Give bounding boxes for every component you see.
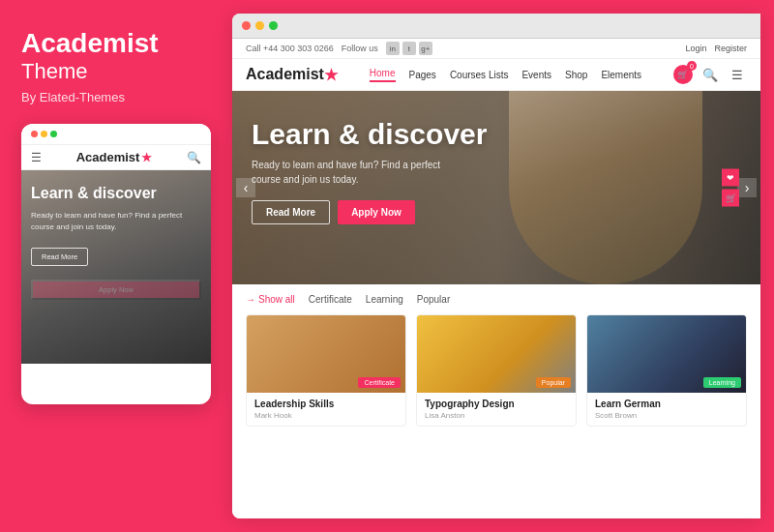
course-thumb-2: Popular: [417, 315, 576, 393]
course-badge-cert: Certificate: [358, 377, 401, 388]
browser-bar: [232, 14, 760, 39]
mobile-hero: Learn & discover Ready to learn and have…: [21, 170, 211, 364]
course-badge-learning: Learning: [703, 377, 741, 388]
course-info-2: Typography Design Lisa Anston: [417, 393, 576, 426]
course-author-2: Lisa Anston: [425, 411, 568, 420]
mobile-hero-content: Learn & discover Ready to learn and have…: [21, 170, 211, 274]
filter-learning[interactable]: Learning: [366, 294, 403, 305]
filter-show-all[interactable]: → Show all: [246, 294, 295, 305]
social-icon-linkedin[interactable]: in: [386, 42, 400, 55]
mobile-dots: [31, 131, 57, 137]
nav-events[interactable]: Events: [521, 70, 551, 80]
sidebar-icon-1[interactable]: ❤: [722, 169, 739, 187]
social-icon-twitter[interactable]: t: [402, 42, 416, 55]
apply-now-button[interactable]: Apply Now: [338, 200, 415, 224]
nav-pages[interactable]: Pages: [409, 70, 436, 80]
courses-section: → Show all Certificate Learning Popular …: [232, 284, 760, 518]
course-badge-popular: Popular: [536, 377, 571, 388]
course-card-leadership[interactable]: Certificate Leadership Skills Mark Hook: [246, 314, 406, 427]
desktop-hero: ‹ Learn & discover Ready to learn and ha…: [232, 91, 760, 284]
browser-dot-red: [242, 21, 251, 30]
nav-home[interactable]: Home: [370, 68, 396, 82]
nav-elements[interactable]: Elements: [601, 70, 641, 80]
course-name-2: Typography Design: [425, 399, 568, 409]
courses-filters: → Show all Certificate Learning Popular: [246, 294, 747, 305]
cart-icon-btn[interactable]: 🛒 0: [673, 65, 693, 84]
hero-content: Learn & discover Ready to learn and have…: [232, 91, 760, 238]
course-thumb-1: Certificate: [247, 315, 405, 393]
desktop-nav: Academist★ Home Pages Courses Lists Even…: [232, 59, 760, 91]
course-author-1: Mark Hook: [254, 411, 398, 420]
nav-shop[interactable]: Shop: [565, 70, 587, 80]
right-panel: Call +44 300 303 0266 Follow us in t g+ …: [232, 14, 760, 518]
course-author-3: Scott Brown: [595, 411, 738, 420]
mobile-mockup: ☰ Academist★ 🔍 Learn & discover Ready to…: [21, 124, 211, 404]
browser-dot-yellow: [255, 21, 264, 30]
filter-popular[interactable]: Popular: [417, 294, 450, 305]
mobile-dot-yellow: [41, 131, 47, 137]
mobile-top-bar: [21, 124, 211, 145]
mobile-read-more-button[interactable]: Read More: [31, 248, 88, 266]
hero-arrow-right[interactable]: ›: [737, 178, 757, 197]
browser-dot-green: [269, 21, 278, 30]
top-bar-right: Login Register: [685, 44, 747, 53]
course-card-german[interactable]: Learning Learn German Scott Brown: [586, 314, 747, 427]
course-name-3: Learn German: [595, 399, 738, 409]
top-bar-left: Call +44 300 303 0266 Follow us in t g+: [246, 42, 432, 55]
desktop-sidebar-icons: ❤ 🛒: [722, 169, 739, 207]
menu-icon-btn[interactable]: ☰: [728, 65, 747, 84]
courses-grid: Certificate Leadership Skills Mark Hook …: [246, 314, 747, 427]
desktop-nav-brand: Academist★: [246, 66, 338, 84]
sidebar-icon-2[interactable]: 🛒: [722, 190, 739, 207]
course-info-1: Leadership Skills Mark Hook: [247, 393, 405, 426]
course-info-3: Learn German Scott Brown: [587, 393, 746, 426]
course-name-1: Leadership Skills: [254, 399, 398, 409]
social-icon-google[interactable]: g+: [419, 42, 432, 55]
brand-star: ★: [141, 151, 152, 164]
mobile-hero-subtitle: Ready to learn and have fun? Find a perf…: [31, 210, 201, 231]
brand-by: By Elated-Themes: [21, 90, 211, 104]
phone-text: Call +44 300 303 0266: [246, 44, 334, 53]
hero-subtitle: Ready to learn and have fun? Find a perf…: [252, 158, 445, 187]
desktop-top-bar: Call +44 300 303 0266 Follow us in t g+ …: [232, 39, 760, 59]
top-bar-social: in t g+: [386, 42, 432, 55]
hero-buttons: Read More Apply Now: [252, 200, 741, 224]
mobile-nav-bar: ☰ Academist★ 🔍: [21, 145, 211, 170]
left-panel: Academist Theme By Elated-Themes ☰ Acade…: [0, 0, 232, 532]
mobile-hero-title: Learn & discover: [31, 184, 201, 202]
search-icon-btn[interactable]: 🔍: [700, 65, 720, 84]
register-link[interactable]: Register: [714, 44, 747, 53]
cart-badge: 0: [687, 61, 697, 71]
mobile-dot-green: [50, 131, 57, 137]
hero-arrow-left[interactable]: ‹: [236, 178, 255, 197]
login-link[interactable]: Login: [685, 44, 706, 53]
course-thumb-3: Learning: [587, 315, 746, 393]
follow-text: Follow us: [342, 44, 378, 53]
mobile-brand: Academist★: [76, 150, 153, 164]
nav-icons: 🛒 0 🔍 ☰: [673, 65, 747, 84]
read-more-button[interactable]: Read More: [252, 200, 330, 224]
nav-links: Home Pages Courses Lists Events Shop Ele…: [370, 68, 641, 82]
arrow-right-icon: →: [246, 294, 255, 305]
brand-title: Academist: [21, 29, 211, 59]
mobile-search-icon[interactable]: 🔍: [187, 151, 201, 164]
nav-brand-star: ★: [324, 66, 338, 84]
hero-title: Learn & discover: [252, 118, 741, 150]
nav-courses-lists[interactable]: Courses Lists: [450, 70, 509, 80]
mobile-menu-icon[interactable]: ☰: [31, 151, 42, 164]
filter-certificate[interactable]: Certificate: [309, 294, 352, 305]
mobile-dot-red: [31, 131, 38, 137]
brand-subtitle: Theme: [21, 59, 211, 84]
course-card-typography[interactable]: Popular Typography Design Lisa Anston: [416, 314, 577, 427]
